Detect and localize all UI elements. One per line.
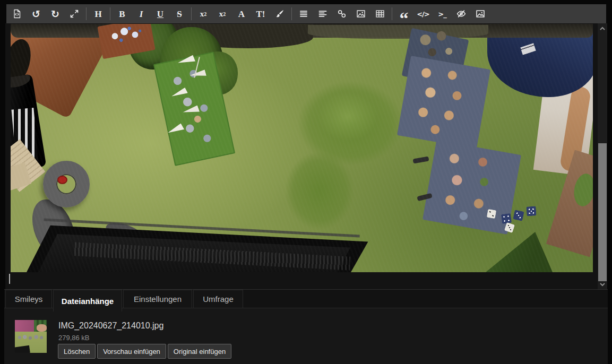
thumb-dark-corner [15, 345, 30, 353]
photo-hill-tail [272, 136, 367, 245]
tab-smileys[interactable]: Smileys [5, 290, 52, 308]
bold-button[interactable]: B [113, 4, 132, 23]
code-button[interactable]: </> [413, 4, 433, 23]
photo-mug-rim [11, 74, 31, 89]
tab-dateianhaenge[interactable]: Dateianhänge [53, 290, 122, 311]
attachment-filename: IMG_20240627_214010.jpg [58, 321, 163, 331]
vertical-scrollbar[interactable] [598, 23, 607, 290]
insert-original-button[interactable]: Original einfügen [168, 344, 231, 359]
table-icon[interactable] [370, 4, 390, 23]
terminal-button[interactable]: >_ [433, 4, 452, 23]
font-color-button[interactable]: A [232, 4, 251, 23]
toolbar-separator [86, 7, 87, 20]
photo-hill-highlight [305, 82, 390, 151]
photo-die-navy [513, 210, 524, 221]
heading-button[interactable]: H [89, 4, 108, 23]
redo-glyph: ↻ [51, 9, 59, 19]
tab-einstellungen[interactable]: Einstellungen [123, 290, 192, 308]
photo-die-navy [526, 206, 536, 216]
toolbar-separator [110, 7, 110, 20]
delete-button[interactable]: Löschen [58, 344, 96, 359]
editor-toolbar: ↺ ↻ H B I U S x2 x2 A T! [6, 4, 606, 23]
superscript-button[interactable]: x2 [213, 4, 232, 23]
tab-umfrage[interactable]: Umfrage [193, 290, 243, 308]
remove-format-brush-icon[interactable] [270, 4, 289, 23]
scrollbar-thumb[interactable] [598, 143, 607, 281]
photo-fir-tree [486, 232, 553, 272]
subscript-button[interactable]: x2 [194, 4, 213, 23]
fullscreen-icon[interactable] [65, 4, 84, 23]
attachment-thumbnail[interactable] [15, 320, 47, 353]
source-code-file-icon[interactable] [7, 4, 27, 23]
quote-icon[interactable]: “ [394, 4, 413, 23]
photo-red-marker [57, 176, 67, 184]
toolbar-separator [291, 7, 292, 20]
toolbar-separator [191, 7, 192, 20]
italic-button[interactable]: I [132, 4, 151, 23]
spoiler-eye-icon[interactable] [452, 4, 471, 23]
font-size-button[interactable]: T! [251, 4, 270, 23]
redo-icon[interactable]: ↻ [46, 4, 65, 23]
strikethrough-button[interactable]: S [170, 4, 189, 23]
photo-attachment-preview[interactable] [11, 24, 593, 272]
underline-button[interactable]: U [151, 4, 170, 23]
attachment-filesize: 279,86 kB [58, 334, 90, 342]
photo-ogre-unit-1-models [401, 59, 487, 145]
undo-glyph: ↺ [32, 9, 40, 19]
scroll-down-arrow-icon[interactable] [598, 280, 607, 289]
editor-tab-bar: Smileys Dateianhänge Einstellungen Umfra… [4, 289, 608, 308]
image-icon[interactable] [351, 4, 370, 23]
thumb-hand [37, 324, 47, 332]
editor-caret [9, 274, 10, 284]
thumb-minis [16, 333, 46, 342]
photo-stone-ring [43, 161, 90, 207]
insert-preview-button[interactable]: Vorschau einfügen [97, 344, 166, 359]
scroll-up-arrow-icon[interactable] [598, 24, 607, 33]
photo-die-white [487, 209, 497, 219]
undo-icon[interactable]: ↺ [27, 4, 46, 23]
alignment-icon[interactable] [313, 4, 332, 23]
toolbar-separator [392, 7, 392, 20]
link-icon[interactable] [332, 4, 351, 23]
list-icon[interactable] [294, 4, 313, 23]
gallery-icon[interactable] [471, 4, 490, 23]
attachment-actions: Löschen Vorschau einfügen Original einfü… [58, 344, 231, 359]
